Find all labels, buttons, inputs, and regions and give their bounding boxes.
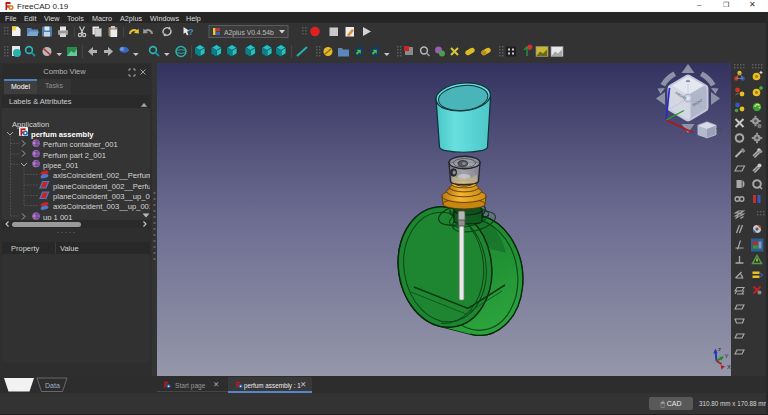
svg-text:?: ? xyxy=(188,27,194,37)
svg-text:Data: Data xyxy=(45,382,60,389)
svg-text:Y: Y xyxy=(725,353,729,359)
svg-text:x: x xyxy=(681,130,684,136)
svg-text:A2plus V0.4.54b: A2plus V0.4.54b xyxy=(224,29,274,37)
svg-text:z: z xyxy=(718,346,721,352)
